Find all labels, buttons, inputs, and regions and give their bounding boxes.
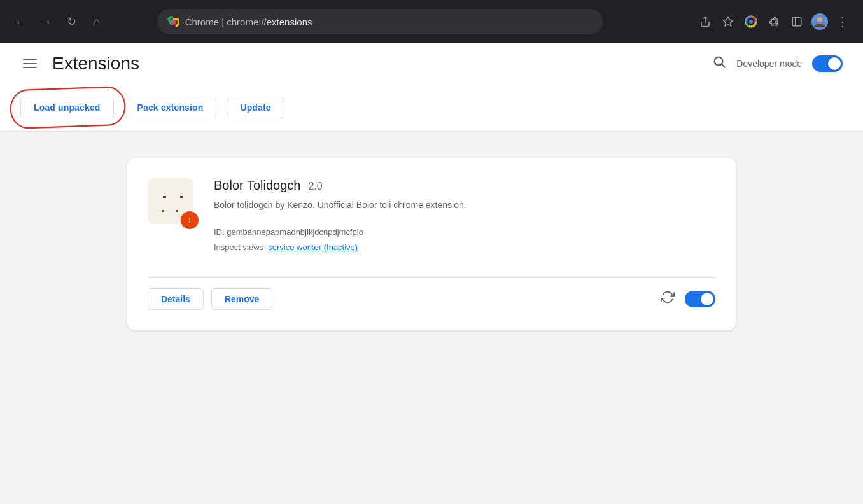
developer-mode-toggle[interactable]	[812, 55, 843, 72]
update-button[interactable]: Update	[227, 97, 284, 118]
back-button[interactable]: ←	[10, 11, 31, 32]
extension-name: Bolor Tolidogch	[214, 178, 300, 193]
hamburger-menu[interactable]	[20, 57, 39, 71]
page-title: Extensions	[52, 53, 139, 74]
address-bar[interactable]: Chrome | chrome://extensions	[157, 9, 603, 34]
svg-rect-13	[189, 218, 190, 221]
reload-button[interactable]: ↻	[61, 11, 81, 32]
remove-button[interactable]: Remove	[211, 288, 272, 310]
home-button[interactable]: ⌂	[87, 11, 107, 32]
load-unpacked-button[interactable]: Load unpacked	[20, 97, 114, 118]
address-text: Chrome | chrome://extensions	[185, 17, 593, 27]
puzzle-icon[interactable]	[764, 11, 784, 32]
chrome-apps-icon[interactable]	[741, 11, 761, 32]
extensions-header: Extensions Developer mode	[0, 43, 863, 84]
extension-card-right	[661, 290, 715, 308]
extensions-page: Extensions Developer mode Load unpacked …	[0, 43, 863, 504]
extension-actions: Details Remove	[148, 288, 272, 310]
svg-point-3	[749, 20, 753, 24]
profile-icon[interactable]	[810, 11, 830, 32]
extension-version: 2.0	[308, 181, 322, 192]
chrome-logo-icon	[167, 16, 179, 27]
svg-point-14	[189, 221, 190, 223]
service-worker-link[interactable]: service worker (Inactive)	[268, 242, 358, 252]
extension-description: Bolor tolidogch by Kenzo. Unofficial Bol…	[214, 198, 715, 212]
svg-line-9	[722, 64, 725, 67]
reload-extension-button[interactable]	[661, 290, 675, 308]
extension-toggle[interactable]	[685, 291, 715, 307]
svg-point-7	[817, 17, 822, 22]
extensions-content: ᠊᠊ ᠊᠊ Bolor Tolidogch	[0, 132, 863, 356]
developer-mode-label: Developer mode	[736, 59, 802, 69]
forward-button[interactable]: →	[36, 11, 56, 32]
sidebar-icon[interactable]	[787, 11, 807, 32]
extension-meta: ID: gembahnepapmadnbjikjdcnpdjmcfpio Ins…	[214, 225, 715, 255]
load-unpacked-wrapper: Load unpacked	[20, 97, 114, 118]
toolbar-icons: ⋮	[695, 11, 853, 32]
extension-name-row: Bolor Tolidogch 2.0	[214, 178, 715, 193]
extension-id: ID: gembahnepapmadnbjikjdcnpdjmcfpio	[214, 225, 715, 239]
header-left: Extensions	[20, 53, 139, 74]
svg-text:᠊᠊: ᠊᠊	[157, 204, 185, 219]
extension-inspect-row: Inspect views service worker (Inactive)	[214, 240, 715, 255]
svg-rect-4	[792, 17, 801, 26]
details-button[interactable]: Details	[148, 288, 204, 310]
extension-icon-wrapper: ᠊᠊ ᠊᠊	[148, 178, 199, 229]
inspect-label: Inspect views	[214, 242, 263, 252]
header-right: Developer mode	[712, 55, 843, 73]
search-icon[interactable]	[712, 55, 726, 73]
address-path: extensions	[267, 17, 312, 27]
address-domain: Chrome | chrome://	[185, 17, 267, 27]
extension-badge-icon	[181, 211, 199, 229]
pack-extension-button[interactable]: Pack extension	[124, 97, 217, 118]
share-icon[interactable]	[695, 11, 715, 32]
star-icon[interactable]	[718, 11, 738, 32]
svg-point-8	[715, 57, 723, 66]
nav-buttons: ← → ↻ ⌂	[10, 11, 107, 32]
browser-chrome-bar: ← → ↻ ⌂ Chrome | chrome://extensions	[0, 0, 863, 43]
extension-info: Bolor Tolidogch 2.0 Bolor tolidogch by K…	[214, 178, 715, 255]
more-menu-icon[interactable]: ⋮	[832, 11, 853, 32]
card-divider	[148, 277, 715, 278]
extension-card: ᠊᠊ ᠊᠊ Bolor Tolidogch	[127, 158, 736, 330]
developer-bar: Load unpacked Pack extension Update	[0, 84, 863, 132]
extension-card-bottom: Details Remove	[148, 288, 715, 310]
svg-marker-1	[723, 17, 733, 26]
extension-card-top: ᠊᠊ ᠊᠊ Bolor Tolidogch	[148, 178, 715, 255]
